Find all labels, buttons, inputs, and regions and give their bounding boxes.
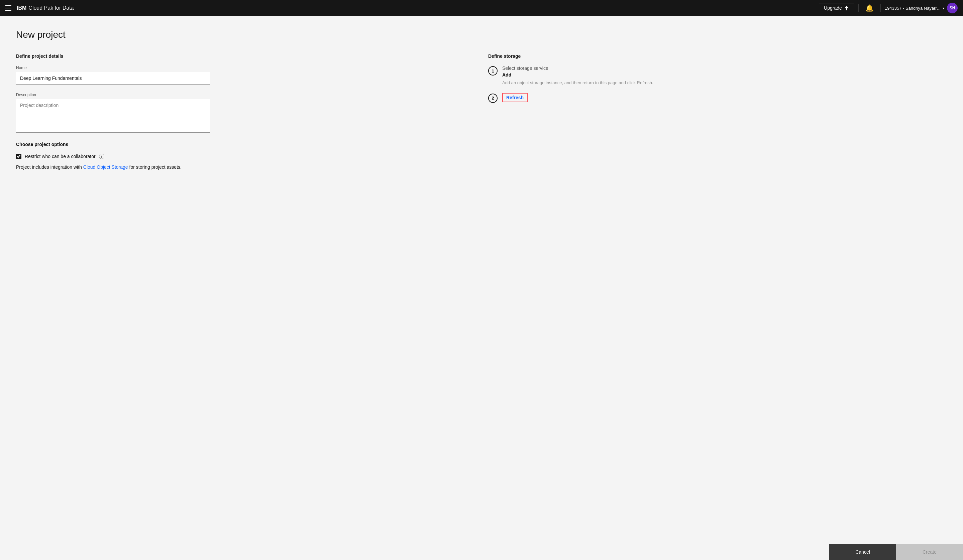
step-2-content: Refresh	[502, 93, 947, 102]
step-1-description: Add an object storage instance, and then…	[502, 79, 947, 86]
collaborator-checkbox-row: Restrict who can be a collaborator i	[16, 154, 475, 159]
info-icon[interactable]: i	[99, 154, 104, 159]
brand: IBM Cloud Pak for Data	[17, 5, 819, 11]
storage-note: Project includes integration with Cloud …	[16, 164, 475, 170]
refresh-button[interactable]: Refresh	[502, 93, 528, 102]
user-avatar[interactable]: SN	[947, 3, 958, 13]
step-1-heading: Select storage service	[502, 65, 947, 71]
cloud-object-storage-link[interactable]: Cloud Object Storage	[83, 164, 128, 170]
nav-divider-2	[880, 4, 881, 12]
top-navigation: IBM Cloud Pak for Data Upgrade 🔔 1943357…	[0, 0, 963, 16]
hamburger-menu[interactable]	[5, 5, 11, 11]
step-1-add[interactable]: Add	[502, 72, 947, 78]
options-title: Choose project options	[16, 142, 475, 147]
description-label: Description	[16, 92, 475, 97]
step-2-number: 2	[488, 94, 498, 103]
main-content: New project Define project details Name …	[0, 16, 963, 560]
storage-title: Define storage	[488, 53, 947, 59]
restrict-collaborator-checkbox[interactable]	[16, 154, 21, 159]
create-button: Create	[896, 544, 963, 560]
storage-steps: 1 Select storage service Add Add an obje…	[488, 65, 947, 103]
name-input[interactable]	[16, 72, 210, 84]
notifications-icon[interactable]: 🔔	[865, 4, 874, 12]
left-section: Define project details Name Description …	[16, 53, 475, 170]
right-section: Define storage 1 Select storage service …	[488, 53, 947, 110]
storage-step-2: 2 Refresh	[488, 93, 947, 103]
storage-note-prefix: Project includes integration with	[16, 164, 83, 170]
nav-right: Upgrade 🔔 1943357 - Sandhya Nayak'... ▾ …	[819, 3, 958, 13]
storage-step-1: 1 Select storage service Add Add an obje…	[488, 65, 947, 86]
page-title: New project	[16, 29, 947, 40]
name-label: Name	[16, 65, 475, 70]
checkbox-label: Restrict who can be a collaborator	[25, 154, 96, 159]
user-menu-text: 1943357 - Sandhya Nayak'...	[885, 6, 940, 11]
upgrade-button[interactable]: Upgrade	[819, 3, 854, 13]
bottom-bar: Cancel Create	[829, 544, 963, 560]
storage-note-suffix: for storing project assets.	[128, 164, 182, 170]
options-section: Choose project options Restrict who can …	[16, 142, 475, 170]
form-layout: Define project details Name Description …	[16, 53, 947, 170]
step-1-content: Select storage service Add Add an object…	[502, 65, 947, 86]
nav-divider	[858, 4, 859, 12]
cancel-button[interactable]: Cancel	[829, 544, 896, 560]
description-textarea[interactable]	[16, 99, 210, 133]
brand-ibm: IBM	[17, 5, 26, 11]
description-group: Description	[16, 92, 475, 134]
user-menu[interactable]: 1943357 - Sandhya Nayak'... ▾	[885, 6, 944, 11]
name-group: Name	[16, 65, 475, 84]
step-1-number: 1	[488, 66, 498, 76]
chevron-down-icon: ▾	[943, 6, 944, 10]
project-details-title: Define project details	[16, 53, 475, 59]
brand-product: Cloud Pak for Data	[28, 5, 73, 11]
